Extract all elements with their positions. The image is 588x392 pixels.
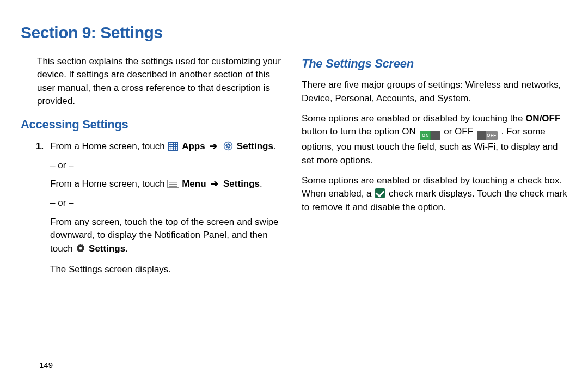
apps-icon xyxy=(168,142,178,151)
right-p2: Some options are enabled or disabled by … xyxy=(302,112,567,168)
step-body-c: From any screen, touch the top of the sc… xyxy=(21,216,286,256)
svg-rect-6 xyxy=(171,145,173,146)
step-text-a: From a Home screen, touch xyxy=(50,141,167,151)
svg-rect-4 xyxy=(176,143,177,144)
toggle-on-text: ON xyxy=(422,133,429,138)
content-columns: This section explains the settings used … xyxy=(21,55,567,281)
svg-rect-9 xyxy=(169,147,171,149)
svg-rect-13 xyxy=(169,149,171,150)
settings-gear-outline-icon xyxy=(223,141,233,151)
svg-line-26 xyxy=(229,144,230,144)
step-body-a: From a Home screen, touch Apps ➔ xyxy=(50,140,286,154)
svg-rect-2 xyxy=(171,143,173,144)
checkmark-icon xyxy=(375,188,385,198)
svg-rect-7 xyxy=(174,145,175,146)
step-number: 1. xyxy=(36,140,50,154)
svg-rect-10 xyxy=(171,147,173,149)
settings-label-1: Settings xyxy=(237,141,273,151)
menu-label: Menu xyxy=(182,179,206,189)
step-1: 1. From a Home screen, touch Apps xyxy=(21,140,286,154)
page-number: 149 xyxy=(39,359,53,371)
svg-rect-16 xyxy=(176,149,177,150)
settings-screen-heading: The Settings Screen xyxy=(302,55,567,72)
right-p3: Some options are enabled or disabled by … xyxy=(302,174,567,215)
arrow-icon: ➔ xyxy=(210,141,217,151)
p2b: button to turn the option ON xyxy=(302,126,419,137)
svg-rect-12 xyxy=(176,147,177,149)
p2a: Some options are enabled or disabled by … xyxy=(302,113,525,124)
accessing-settings-heading: Accessing Settings xyxy=(21,116,286,133)
svg-rect-14 xyxy=(171,149,173,150)
step-end: The Settings screen displays. xyxy=(21,263,286,277)
or-separator-2: – or – xyxy=(21,197,286,210)
left-column: This section explains the settings used … xyxy=(21,55,286,281)
svg-rect-15 xyxy=(174,149,175,150)
onoff-label: ON/OFF xyxy=(525,113,560,124)
section-title: Section 9: Settings xyxy=(21,21,567,48)
settings-label-2: Settings xyxy=(223,179,260,189)
svg-rect-1 xyxy=(169,143,171,144)
period-2: . xyxy=(260,179,262,189)
period-1: . xyxy=(273,141,276,151)
svg-line-24 xyxy=(229,147,230,148)
toggle-off-icon: OFF xyxy=(477,131,498,140)
p2c: or OFF xyxy=(444,126,476,137)
right-p1: There are five major groups of settings:… xyxy=(302,78,567,105)
step-text-b: From a Home screen, touch xyxy=(50,179,167,189)
toggle-on-icon: ON xyxy=(420,131,440,140)
period-3: . xyxy=(125,243,128,254)
settings-label-3: Settings xyxy=(89,243,125,254)
right-column: The Settings Screen There are five major… xyxy=(302,55,567,281)
svg-rect-11 xyxy=(174,147,175,149)
intro-paragraph: This section explains the settings used … xyxy=(21,55,286,109)
or-separator-1: – or – xyxy=(21,159,286,173)
toggle-off-text: OFF xyxy=(487,133,497,138)
apps-label: Apps xyxy=(182,141,205,151)
svg-point-27 xyxy=(79,247,82,249)
svg-line-23 xyxy=(226,144,227,144)
menu-icon xyxy=(167,180,179,188)
svg-line-25 xyxy=(226,147,227,148)
settings-gear-solid-icon xyxy=(76,243,85,252)
svg-rect-3 xyxy=(174,143,175,144)
step-body-b: From a Home screen, touch Menu ➔ Setting… xyxy=(21,177,286,191)
svg-point-18 xyxy=(227,145,230,148)
svg-rect-5 xyxy=(169,145,171,146)
svg-rect-8 xyxy=(176,145,177,146)
arrow-icon-2: ➔ xyxy=(211,179,218,189)
